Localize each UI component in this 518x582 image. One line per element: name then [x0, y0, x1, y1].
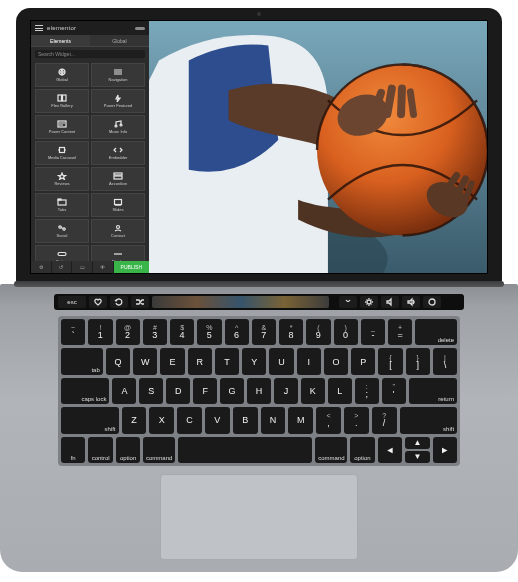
key-,[interactable]: <, [316, 407, 341, 433]
key-option-right[interactable]: option [350, 437, 374, 463]
key-;[interactable]: :; [355, 378, 379, 404]
touchbar-loop-icon[interactable] [110, 296, 128, 308]
touch-id-sensor[interactable] [444, 294, 460, 310]
touchbar-esc[interactable]: esc [58, 296, 86, 308]
widget-globe[interactable]: Global [35, 63, 89, 87]
key-8[interactable]: *8 [279, 319, 303, 345]
key-f[interactable]: F [193, 378, 217, 404]
widget-star[interactable]: Reviews [35, 167, 89, 191]
widget-content[interactable]: Power Content [35, 115, 89, 139]
key-k[interactable]: K [301, 378, 325, 404]
tab-elements[interactable]: Elements [31, 35, 90, 47]
key-4[interactable]: $4 [170, 319, 194, 345]
key-return[interactable]: return [409, 378, 457, 404]
key-i[interactable]: I [297, 348, 321, 374]
key-`[interactable]: ~` [61, 319, 85, 345]
key-9[interactable]: (9 [306, 319, 330, 345]
key-fn[interactable]: fn [61, 437, 85, 463]
key-h[interactable]: H [247, 378, 271, 404]
key-\[interactable]: |\ [433, 348, 457, 374]
key--[interactable]: _- [361, 319, 385, 345]
key-5[interactable]: %5 [197, 319, 221, 345]
key-arrow-up[interactable]: ▲ [405, 437, 429, 449]
tab-global[interactable]: Global [90, 35, 149, 47]
history-button[interactable]: ↺ [52, 261, 72, 273]
widget-power[interactable]: Power Featured [91, 89, 145, 113]
key-shift-right[interactable]: shift [400, 407, 458, 433]
search-input[interactable]: Search Widget... [35, 50, 145, 58]
key-m[interactable]: M [288, 407, 313, 433]
key-u[interactable]: U [269, 348, 293, 374]
key-1[interactable]: !1 [88, 319, 112, 345]
key-][interactable]: }] [406, 348, 430, 374]
key-c[interactable]: C [177, 407, 202, 433]
key-j[interactable]: J [274, 378, 298, 404]
key-e[interactable]: E [160, 348, 184, 374]
widget-tabs[interactable]: Tabs [35, 193, 89, 217]
responsive-button[interactable]: ▭ [72, 261, 92, 273]
key-t[interactable]: T [215, 348, 239, 374]
widget-accordion[interactable]: Accordion [91, 167, 145, 191]
key-l[interactable]: L [328, 378, 352, 404]
key-7[interactable]: &7 [252, 319, 276, 345]
key-0[interactable]: )0 [334, 319, 358, 345]
widget-contact[interactable]: Contact [91, 219, 145, 243]
widget-embed[interactable]: Embedder [91, 141, 145, 165]
widget-social[interactable]: Social [35, 219, 89, 243]
key-b[interactable]: B [233, 407, 258, 433]
key-q[interactable]: Q [106, 348, 130, 374]
key-/[interactable]: ?/ [372, 407, 397, 433]
hamburger-icon[interactable] [35, 25, 43, 31]
touchbar-brightness-up-icon[interactable] [360, 296, 378, 308]
publish-button[interactable]: PUBLISH [114, 261, 149, 273]
widget-carousel[interactable]: Media Carousel [35, 141, 89, 165]
key-o[interactable]: O [324, 348, 348, 374]
key-p[interactable]: P [351, 348, 375, 374]
key-g[interactable]: G [220, 378, 244, 404]
key-n[interactable]: N [261, 407, 286, 433]
key-d[interactable]: D [166, 378, 190, 404]
touchbar-mute-icon[interactable] [381, 296, 399, 308]
key-a[interactable]: A [112, 378, 136, 404]
preview-button[interactable]: 👁 [93, 261, 113, 273]
key-arrow-left[interactable]: ◄ [378, 437, 402, 463]
key-shift-left[interactable]: shift [61, 407, 119, 433]
touchbar-shuffle-icon[interactable] [131, 296, 149, 308]
settings-button[interactable]: ⚙ [31, 261, 51, 273]
key-option-left[interactable]: option [116, 437, 140, 463]
key-z[interactable]: Z [122, 407, 147, 433]
key-6[interactable]: ^6 [225, 319, 249, 345]
key-y[interactable]: Y [242, 348, 266, 374]
widget-music[interactable]: Music Info [91, 115, 145, 139]
key-delete[interactable]: delete [415, 319, 457, 345]
key-tab[interactable]: tab [61, 348, 103, 374]
key-command-right[interactable]: command [315, 437, 347, 463]
key-.[interactable]: >. [344, 407, 369, 433]
key-s[interactable]: S [139, 378, 163, 404]
touchbar-siri-icon[interactable] [423, 296, 441, 308]
touchbar-brightness-down-icon[interactable] [339, 296, 357, 308]
touchbar-volume-icon[interactable] [402, 296, 420, 308]
key-control[interactable]: control [88, 437, 112, 463]
key-space[interactable] [178, 437, 312, 463]
key-2[interactable]: @2 [116, 319, 140, 345]
key-w[interactable]: W [133, 348, 157, 374]
key-x[interactable]: X [149, 407, 174, 433]
widget-button[interactable]: Button [35, 245, 89, 261]
widget-gallery[interactable]: Flex Gallery [35, 89, 89, 113]
key-command-left[interactable]: command [143, 437, 175, 463]
key-capslock[interactable]: caps lock [61, 378, 109, 404]
key-r[interactable]: R [188, 348, 212, 374]
key-arrow-down[interactable]: ▼ [405, 451, 429, 463]
trackpad[interactable] [160, 474, 358, 560]
widget-divider[interactable]: Divider [91, 245, 145, 261]
key-arrow-right[interactable]: ► [433, 437, 457, 463]
touchbar-media-strip[interactable] [152, 296, 329, 308]
widget-nav[interactable]: Navigation [91, 63, 145, 87]
widget-slides[interactable]: Slides [91, 193, 145, 217]
key-'[interactable]: "' [382, 378, 406, 404]
touchbar-heart-icon[interactable] [89, 296, 107, 308]
key-=[interactable]: += [388, 319, 412, 345]
key-v[interactable]: V [205, 407, 230, 433]
editor-apps-icon[interactable] [135, 27, 145, 30]
